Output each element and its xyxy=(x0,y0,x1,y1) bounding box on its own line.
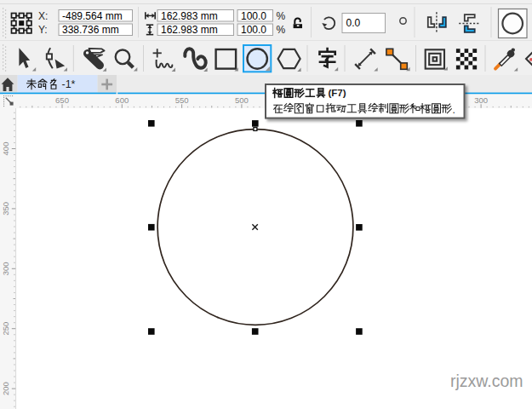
svg-text:400: 400 xyxy=(1,142,10,156)
svg-text:600: 600 xyxy=(115,95,129,105)
svg-text:(F7): (F7) xyxy=(329,88,346,98)
svg-text:X:: X: xyxy=(38,10,48,22)
svg-text:162.983 mm: 162.983 mm xyxy=(161,24,218,36)
svg-text:162.983 mm: 162.983 mm xyxy=(161,10,218,22)
svg-text:200: 200 xyxy=(1,382,10,395)
svg-text:Y:: Y: xyxy=(38,24,48,36)
svg-text:-489.564 mm: -489.564 mm xyxy=(62,10,123,22)
svg-text:250: 250 xyxy=(1,322,10,336)
svg-text:%: % xyxy=(277,10,286,22)
svg-text:338.736 mm: 338.736 mm xyxy=(62,24,119,36)
svg-text:100.0: 100.0 xyxy=(241,24,266,36)
svg-text:550: 550 xyxy=(175,95,189,105)
svg-text:100.0: 100.0 xyxy=(241,10,266,22)
svg-text:300: 300 xyxy=(474,95,488,105)
svg-text:rjzxw.com: rjzxw.com xyxy=(450,372,523,390)
svg-text:%: % xyxy=(277,24,286,36)
svg-text:-1*: -1* xyxy=(62,78,76,90)
svg-text:350: 350 xyxy=(1,202,10,216)
svg-text:300: 300 xyxy=(1,262,10,275)
svg-text:650: 650 xyxy=(55,95,69,105)
svg-text:0.0: 0.0 xyxy=(346,17,361,29)
svg-text:.: . xyxy=(453,104,455,116)
svg-text:500: 500 xyxy=(235,95,249,105)
